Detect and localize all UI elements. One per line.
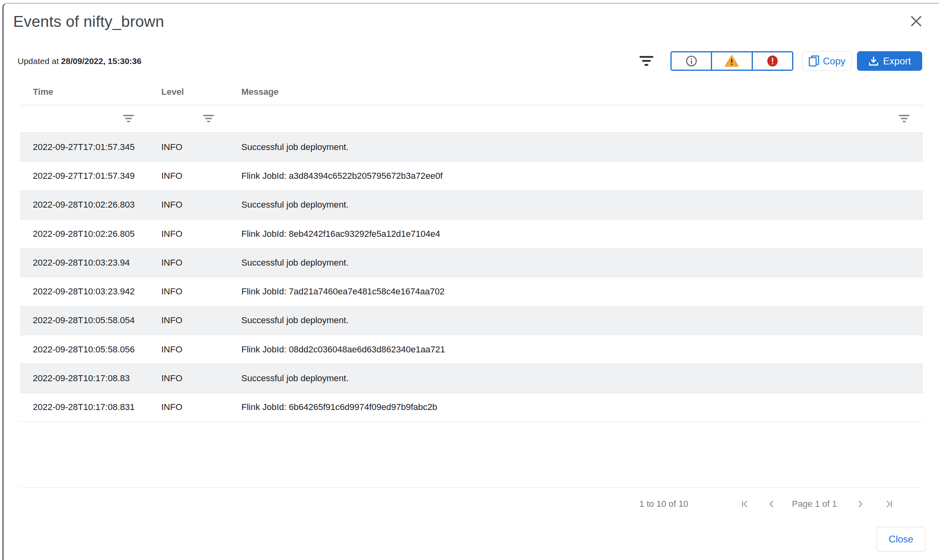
severity-filter-error[interactable] (752, 52, 792, 70)
cell-time: 2022-09-28T10:05:58.054 (20, 306, 147, 335)
severity-filter-warning[interactable] (711, 52, 751, 70)
warning-icon (724, 55, 739, 67)
cell-message: Flink JobId: 8eb4242f16ac93292fe5a12d1e7… (227, 220, 923, 248)
updated-at-value: 28/09/2022, 15:30:36 (61, 56, 142, 66)
message-filter-icon[interactable] (899, 115, 909, 123)
table-row[interactable]: 2022-09-27T17:01:57.345 INFO Successful … (20, 133, 923, 162)
cell-level: INFO (147, 335, 227, 364)
cell-message: Flink JobId: a3d84394c6522b205795672b3a7… (227, 162, 923, 190)
table-row[interactable]: 2022-09-28T10:03:23.942 INFO Flink JobId… (20, 277, 923, 306)
last-page-icon[interactable] (884, 499, 893, 509)
time-filter-cell (20, 105, 147, 132)
cell-level: INFO (147, 133, 227, 161)
message-filter-cell (227, 105, 923, 132)
table-row[interactable]: 2022-09-28T10:02:26.805 INFO Flink JobId… (20, 220, 923, 248)
column-header-message[interactable]: Message (227, 79, 923, 105)
dialog-title: Events of nifty_brown (13, 12, 164, 31)
table-row[interactable]: 2022-09-28T10:05:58.056 INFO Flink JobId… (20, 335, 923, 364)
level-filter-icon[interactable] (203, 115, 214, 123)
severity-filter-group (670, 51, 793, 71)
pagination-bar: 1 to 10 of 10 Page 1 of 1 (20, 488, 923, 520)
error-icon (766, 55, 778, 67)
cell-level: INFO (147, 220, 227, 248)
table-filter-row (20, 105, 923, 133)
cell-time: 2022-09-28T10:05:58.056 (20, 335, 147, 364)
cell-message: Successful job deployment. (227, 133, 923, 161)
copy-button-label: Copy (823, 56, 845, 67)
table-header-row: Time Level Message (20, 79, 923, 105)
cell-message: Flink JobId: 6b64265f91c6d9974f09ed97b9f… (227, 393, 923, 422)
first-page-icon[interactable] (740, 499, 750, 509)
updated-at: Updated at 28/09/2022, 15:30:36 (18, 56, 141, 66)
cell-level: INFO (147, 248, 227, 277)
pagination-page-text: Page 1 of 1 (792, 499, 837, 509)
copy-button[interactable]: Copy (802, 51, 852, 71)
cell-message: Successful job deployment. (227, 364, 923, 392)
cell-message: Successful job deployment. (227, 191, 923, 219)
severity-filter-info[interactable] (672, 52, 711, 70)
cell-time: 2022-09-28T10:17:08.831 (20, 393, 147, 422)
close-button-label: Close (889, 534, 913, 545)
events-table: Time Level Message (20, 79, 923, 422)
dialog-close-button[interactable] (907, 12, 925, 30)
cell-message: Flink JobId: 08dd2c036048ae6d63d862340e1… (227, 335, 923, 364)
filter-icon[interactable] (640, 56, 653, 67)
cell-level: INFO (147, 364, 227, 392)
cell-message: Successful job deployment. (227, 306, 923, 335)
table-row[interactable]: 2022-09-28T10:02:26.803 INFO Successful … (20, 191, 923, 220)
cell-time: 2022-09-28T10:03:23.942 (20, 277, 147, 306)
cell-level: INFO (147, 277, 227, 306)
cell-time: 2022-09-28T10:03:23.94 (20, 248, 147, 277)
export-button[interactable]: Export (857, 51, 922, 71)
cell-time: 2022-09-28T10:02:26.805 (20, 220, 147, 248)
cell-level: INFO (147, 393, 227, 422)
table-body: 2022-09-27T17:01:57.345 INFO Successful … (20, 133, 923, 422)
level-filter-cell (147, 105, 227, 132)
table-row[interactable]: 2022-09-28T10:05:58.054 INFO Successful … (20, 306, 923, 335)
download-icon (868, 56, 879, 66)
export-button-label: Export (883, 56, 911, 67)
table-row[interactable]: 2022-09-28T10:17:08.83 INFO Successful j… (20, 364, 923, 393)
previous-page-icon[interactable] (767, 499, 776, 509)
time-filter-icon[interactable] (123, 115, 134, 123)
cell-time: 2022-09-27T17:01:57.345 (20, 133, 147, 161)
close-button[interactable]: Close (877, 527, 925, 552)
info-icon (685, 55, 698, 67)
copy-icon (809, 55, 819, 67)
cell-time: 2022-09-27T17:01:57.349 (20, 162, 147, 190)
close-icon (909, 14, 923, 28)
next-page-icon[interactable] (855, 499, 865, 509)
pagination-range: 1 to 10 of 10 (639, 499, 688, 509)
cell-message: Flink JobId: 7ad21a7460ea7e481c58c4e1674… (227, 277, 923, 306)
table-row[interactable]: 2022-09-27T17:01:57.349 INFO Flink JobId… (20, 162, 923, 190)
column-header-time[interactable]: Time (20, 79, 147, 105)
cell-time: 2022-09-28T10:02:26.803 (20, 191, 147, 219)
updated-at-label: Updated at (18, 56, 61, 66)
cell-level: INFO (147, 306, 227, 335)
cell-level: INFO (147, 191, 227, 219)
table-row[interactable]: 2022-09-28T10:03:23.94 INFO Successful j… (20, 248, 923, 277)
cell-time: 2022-09-28T10:17:08.83 (20, 364, 147, 392)
cell-level: INFO (147, 162, 227, 190)
column-header-level[interactable]: Level (147, 79, 227, 105)
cell-message: Successful job deployment. (227, 248, 923, 277)
table-row[interactable]: 2022-09-28T10:17:08.831 INFO Flink JobId… (20, 393, 923, 422)
